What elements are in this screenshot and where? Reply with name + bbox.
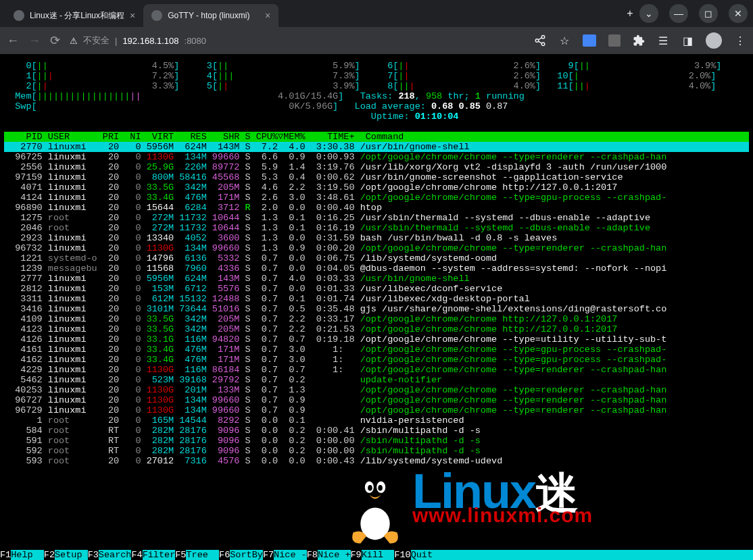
reload-button[interactable]: ⟳ bbox=[50, 33, 60, 48]
process-row[interactable]: 4126 linuxmi 20 0 33.1G 116M 94820 S 0.7… bbox=[4, 334, 749, 345]
process-row[interactable]: 3311 linuxmi 20 0 612M 15132 12488 S 0.7… bbox=[4, 294, 749, 304]
fn-key: F3 bbox=[88, 550, 99, 560]
process-row[interactable]: 2777 linuxmi 20 0 5956M 624M 143M S 0.7 … bbox=[4, 274, 749, 284]
svg-point-1 bbox=[535, 39, 539, 43]
fn-label[interactable]: Nice - bbox=[274, 550, 307, 560]
process-row[interactable]: 4161 linuxmi 20 0 33.4G 476M 171M S 0.7 … bbox=[4, 345, 749, 355]
fn-label[interactable]: Tree bbox=[186, 550, 219, 560]
fn-key: F5 bbox=[175, 550, 186, 560]
titlebar: Linux迷 - 分享Linux和编程×GoTTY - htop (linuxm… bbox=[0, 0, 753, 27]
process-row[interactable]: 2046 root 20 0 272M 11732 10644 S 1.3 0.… bbox=[4, 223, 749, 233]
process-row-selected[interactable]: 2770 linuxmi 20 0 5956M 624M 143M S 7.2 … bbox=[4, 142, 749, 152]
forward-button[interactable]: → bbox=[28, 34, 41, 48]
side-panel-icon[interactable]: ◨ bbox=[681, 34, 694, 47]
close-tab-icon[interactable]: × bbox=[130, 10, 135, 21]
process-row[interactable]: 3416 linuxmi 20 0 3101M 73644 51016 S 0.… bbox=[4, 304, 749, 314]
fn-label[interactable]: Filter bbox=[143, 550, 176, 560]
process-row[interactable]: 4123 linuxmi 20 0 33.5G 342M 205M S 0.7 … bbox=[4, 324, 749, 334]
process-row[interactable]: 4124 linuxmi 20 0 33.4G 476M 171M S 2.6 … bbox=[4, 193, 749, 203]
process-row[interactable]: 591 root RT 0 282M 28176 9096 S 0.0 0.2 … bbox=[4, 436, 749, 446]
tux-icon bbox=[338, 459, 412, 547]
profile-avatar[interactable] bbox=[706, 32, 722, 49]
process-row[interactable]: 96732 linuxmi 20 0 1130G 134M 99660 S 1.… bbox=[4, 243, 749, 253]
process-row[interactable]: 592 root RT 0 282M 28176 9096 S 0.0 0.2 … bbox=[4, 446, 749, 456]
watermark-text: Linux bbox=[412, 464, 535, 518]
close-window-button[interactable]: ✕ bbox=[729, 4, 748, 23]
fn-key: F7 bbox=[263, 550, 274, 560]
process-row[interactable]: 5462 linuxmi 20 0 523M 39168 29792 S 0.7… bbox=[4, 375, 749, 385]
tab-strip: Linux迷 - 分享Linux和编程×GoTTY - htop (linuxm… bbox=[5, 0, 615, 27]
svg-line-4 bbox=[538, 41, 541, 43]
tab-0[interactable]: Linux迷 - 分享Linux和编程× bbox=[5, 4, 143, 27]
bookmark-icon[interactable]: ☆ bbox=[558, 34, 570, 47]
svg-point-2 bbox=[541, 43, 545, 46]
svg-point-10 bbox=[368, 485, 372, 491]
fn-label[interactable]: Help bbox=[11, 550, 44, 560]
maximize-button[interactable]: ◻ bbox=[699, 4, 718, 23]
process-header[interactable]: PID USER PRI NI VIRT RES SHR S CPU%▽MEM%… bbox=[4, 132, 749, 142]
share-icon[interactable] bbox=[534, 34, 546, 47]
process-row[interactable]: 1 root 20 0 165M 14544 8292 S 0.0 0.1 nv… bbox=[4, 415, 749, 426]
svg-point-11 bbox=[378, 485, 383, 491]
close-tab-icon[interactable]: × bbox=[265, 10, 270, 21]
minimize-button[interactable]: — bbox=[669, 4, 688, 23]
svg-point-0 bbox=[541, 36, 545, 39]
process-row[interactable]: 1239 messagebu 20 0 11568 7960 4336 S 0.… bbox=[4, 263, 749, 274]
process-row[interactable]: 2923 linuxmi 20 0 13340 4052 3600 S 1.3 … bbox=[4, 233, 749, 243]
address-port: :8080 bbox=[185, 36, 207, 46]
fn-label[interactable]: Setup bbox=[55, 550, 88, 560]
process-row[interactable]: 97159 linuxmi 20 0 800M 58416 45568 S 5.… bbox=[4, 172, 749, 182]
process-row[interactable]: 4109 linuxmi 20 0 33.5G 342M 205M S 0.7 … bbox=[4, 314, 749, 324]
process-row[interactable]: 584 root RT 0 282M 28176 9096 S 0.0 0.2 … bbox=[4, 426, 749, 436]
menu-icon[interactable]: ⋮ bbox=[734, 34, 746, 47]
dropdown-icon[interactable]: ⌄ bbox=[639, 4, 658, 23]
translate-icon[interactable] bbox=[583, 34, 596, 47]
fn-key: F2 bbox=[44, 550, 55, 560]
address-bar[interactable]: ⚠ 不安全 | 192.168.1.108:8080 bbox=[70, 34, 525, 47]
tab-title: GoTTY - htop (linuxmi) bbox=[168, 11, 249, 20]
extensions-icon[interactable] bbox=[633, 34, 645, 47]
process-row[interactable]: 96725 linuxmi 20 0 1130G 134M 99660 S 6.… bbox=[4, 152, 749, 162]
fn-key: F8 bbox=[307, 550, 318, 560]
favicon-icon bbox=[151, 10, 162, 21]
watermark-url: www.linuxmi.com bbox=[412, 510, 593, 520]
toolbar: ← → ⟳ ⚠ 不安全 | 192.168.1.108:8080 ☆ ☰ ◨ ⋮ bbox=[0, 27, 753, 54]
fn-label[interactable]: Quit bbox=[411, 550, 444, 560]
fn-label[interactable]: SortBy bbox=[230, 550, 263, 560]
process-row[interactable]: 1221 systemd-o 20 0 14796 6136 5332 S 0.… bbox=[4, 253, 749, 263]
back-button[interactable]: ← bbox=[7, 34, 19, 48]
process-row[interactable]: 4229 linuxmi 20 0 1130G 116M 86184 S 0.7… bbox=[4, 365, 749, 375]
process-row[interactable]: 2556 linuxmi 20 0 25.9G 226M 89772 S 5.9… bbox=[4, 162, 749, 172]
tab-title: Linux迷 - 分享Linux和编程 bbox=[30, 10, 124, 22]
process-row[interactable]: 4071 linuxmi 20 0 33.5G 342M 205M S 4.6 … bbox=[4, 182, 749, 193]
watermark: Linux迷www.linuxmi.com bbox=[338, 459, 593, 547]
fn-key: F9 bbox=[351, 550, 362, 560]
terminal-view[interactable]: 0[|| 4.5%] 3[|| 5.9%] 6[|| 2.6%] 9[|| 3.… bbox=[0, 54, 753, 560]
favicon-icon bbox=[14, 10, 24, 21]
process-row[interactable]: 96890 linuxmi 20 0 15644 6284 3712 R 2.0… bbox=[4, 203, 749, 213]
address-host: 192.168.1.108 bbox=[122, 36, 178, 46]
svg-point-6 bbox=[351, 500, 398, 544]
process-row[interactable]: 96727 linuxmi 20 0 1130G 134M 99660 S 0.… bbox=[4, 395, 749, 405]
process-row[interactable]: 4162 linuxmi 20 0 33.4G 476M 171M S 0.7 … bbox=[4, 355, 749, 365]
tab-1[interactable]: GoTTY - htop (linuxmi)× bbox=[143, 4, 278, 27]
new-tab-button[interactable]: + bbox=[621, 4, 639, 23]
insecure-icon: ⚠ bbox=[70, 36, 78, 46]
svg-point-7 bbox=[360, 508, 389, 540]
fn-label[interactable]: Nice + bbox=[318, 550, 351, 560]
process-row[interactable]: 40253 linuxmi 20 0 1130G 201M 133M S 0.7… bbox=[4, 385, 749, 395]
fn-key: F4 bbox=[131, 550, 142, 560]
fn-key: F1 bbox=[0, 550, 11, 560]
svg-point-8 bbox=[365, 482, 374, 493]
process-row[interactable]: 2812 linuxmi 20 0 153M 6712 5576 S 0.7 0… bbox=[4, 284, 749, 294]
extension-icon[interactable] bbox=[608, 34, 621, 47]
fn-label[interactable]: Kill bbox=[362, 550, 395, 560]
fn-label[interactable]: Search bbox=[99, 550, 132, 560]
reading-list-icon[interactable]: ☰ bbox=[657, 34, 669, 47]
process-row[interactable]: 593 root 20 0 27012 7316 4576 S 0.0 0.0 … bbox=[4, 456, 749, 466]
process-row[interactable]: 96729 linuxmi 20 0 1130G 134M 99660 S 0.… bbox=[4, 405, 749, 415]
fn-key-bar: F1Help F2Setup F3SearchF4FilterF5Tree F6… bbox=[0, 550, 753, 560]
process-row[interactable]: 1275 root 20 0 272M 11732 10644 S 1.3 0.… bbox=[4, 213, 749, 223]
fn-key: F6 bbox=[219, 550, 230, 560]
fn-key: F10 bbox=[394, 550, 410, 560]
